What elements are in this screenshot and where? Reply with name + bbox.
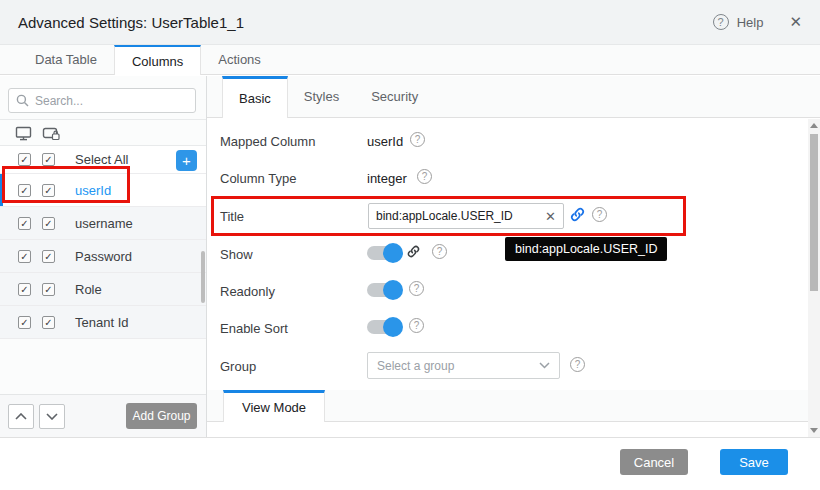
- help-link[interactable]: Help: [737, 15, 764, 30]
- close-icon[interactable]: ✕: [789, 13, 802, 31]
- help-icon[interactable]: ?: [713, 14, 729, 30]
- select-all-desktop-checkbox[interactable]: ✓: [18, 153, 31, 166]
- dialog-title: Advanced Settings: UserTable1_1: [18, 14, 244, 31]
- enable-sort-label: Enable Sort: [220, 321, 288, 336]
- mapped-column-value: userId: [367, 134, 403, 149]
- group-select-placeholder: Select a group: [377, 359, 539, 373]
- tab-security[interactable]: Security: [355, 76, 434, 117]
- selected-indicator: [0, 174, 3, 206]
- username-desktop-checkbox[interactable]: ✓: [18, 217, 31, 230]
- role-mobile-checkbox[interactable]: ✓: [42, 283, 55, 296]
- search-box[interactable]: [8, 88, 196, 113]
- chevron-up-icon: [15, 413, 27, 420]
- move-down-button[interactable]: [39, 404, 65, 429]
- show-help-icon[interactable]: ?: [432, 244, 447, 259]
- chevron-down-icon: [46, 413, 58, 420]
- tab-data-table[interactable]: Data Table: [18, 45, 114, 74]
- columns-sidebar: ✓ ✓ Select All + ✓ ✓ userId ✓ ✓ username: [0, 76, 207, 437]
- userid-mobile-checkbox[interactable]: ✓: [42, 184, 55, 197]
- enable-sort-toggle[interactable]: [367, 320, 401, 334]
- role-desktop-checkbox[interactable]: ✓: [18, 283, 31, 296]
- group-label: Group: [220, 359, 256, 374]
- show-label: Show: [220, 247, 253, 262]
- sidebar-footer: Add Group: [0, 394, 206, 437]
- sidebar-item-tenant-id[interactable]: ✓ ✓ Tenant Id: [0, 306, 206, 339]
- sidebar-item-label: Role: [75, 282, 102, 297]
- save-button[interactable]: Save: [720, 449, 788, 475]
- tab-actions[interactable]: Actions: [201, 45, 278, 74]
- group-select[interactable]: Select a group: [367, 352, 560, 379]
- dialog-header: Advanced Settings: UserTable1_1 ? Help ✕: [0, 0, 820, 45]
- sub-tab-bar: Basic Styles Security: [207, 76, 820, 118]
- device-visibility-icons: [0, 120, 206, 146]
- view-mode-tab-bar: View Mode: [207, 390, 808, 422]
- readonly-help-icon[interactable]: ?: [409, 281, 424, 296]
- group-help-icon[interactable]: ?: [570, 357, 585, 372]
- sidebar-item-userid[interactable]: ✓ ✓ userId: [0, 174, 206, 207]
- title-input[interactable]: [376, 209, 541, 223]
- add-group-button[interactable]: Add Group: [126, 403, 197, 429]
- sidebar-item-label: username: [75, 216, 133, 231]
- scrollbar-thumb[interactable]: [810, 134, 818, 291]
- select-all-row[interactable]: ✓ ✓ Select All +: [0, 146, 206, 174]
- column-type-value: integer: [367, 171, 407, 186]
- enable-sort-help-icon[interactable]: ?: [409, 318, 424, 333]
- mapped-column-help-icon[interactable]: ?: [410, 132, 425, 147]
- tab-view-mode[interactable]: View Mode: [223, 390, 325, 422]
- bind-link-icon[interactable]: [569, 206, 586, 223]
- sidebar-item-username[interactable]: ✓ ✓ username: [0, 207, 206, 240]
- clear-icon[interactable]: ✕: [545, 209, 556, 224]
- tab-columns[interactable]: Columns: [114, 45, 201, 75]
- sidebar-item-label: userId: [75, 183, 111, 198]
- title-input-wrap: ✕: [368, 203, 564, 229]
- password-mobile-checkbox[interactable]: ✓: [42, 250, 55, 263]
- tab-styles[interactable]: Styles: [288, 76, 355, 117]
- mobile-lock-icon[interactable]: [42, 126, 61, 141]
- dialog-footer: Cancel Save: [0, 437, 820, 490]
- chevron-down-icon: [539, 362, 550, 369]
- sidebar-item-label: Password: [75, 249, 132, 264]
- advanced-settings-dialog: Advanced Settings: UserTable1_1 ? Help ✕…: [0, 0, 820, 490]
- password-desktop-checkbox[interactable]: ✓: [18, 250, 31, 263]
- sidebar-item-role[interactable]: ✓ ✓ Role: [0, 273, 206, 306]
- show-toggle[interactable]: [367, 246, 401, 260]
- panel-scrollbar[interactable]: [808, 119, 820, 437]
- title-bind-tooltip: bind:appLocale.USER_ID: [505, 237, 667, 261]
- mapped-column-label: Mapped Column: [220, 134, 315, 149]
- select-all-label: Select All: [75, 152, 128, 167]
- readonly-label: Readonly: [220, 284, 275, 299]
- tenantid-mobile-checkbox[interactable]: ✓: [42, 316, 55, 329]
- column-type-label: Column Type: [220, 171, 296, 186]
- readonly-toggle[interactable]: [367, 283, 401, 297]
- title-help-icon[interactable]: ?: [592, 207, 607, 222]
- tab-basic[interactable]: Basic: [222, 76, 288, 118]
- sidebar-item-password[interactable]: ✓ ✓ Password: [0, 240, 206, 273]
- cancel-button[interactable]: Cancel: [620, 449, 688, 475]
- scroll-up-arrow-icon[interactable]: [810, 123, 818, 128]
- sidebar-scrollbar[interactable]: [201, 251, 205, 303]
- main-tab-bar: Data Table Columns Actions: [0, 45, 820, 75]
- desktop-icon[interactable]: [15, 126, 32, 141]
- search-icon: [16, 94, 29, 107]
- username-mobile-checkbox[interactable]: ✓: [42, 217, 55, 230]
- show-link-icon[interactable]: [406, 244, 421, 259]
- sidebar-item-label: Tenant Id: [75, 315, 129, 330]
- tenantid-desktop-checkbox[interactable]: ✓: [18, 316, 31, 329]
- move-up-button[interactable]: [8, 404, 34, 429]
- title-label: Title: [220, 209, 244, 224]
- userid-desktop-checkbox[interactable]: ✓: [18, 184, 31, 197]
- scroll-down-arrow-icon[interactable]: [810, 428, 818, 433]
- select-all-mobile-checkbox[interactable]: ✓: [42, 153, 55, 166]
- column-type-help-icon[interactable]: ?: [417, 169, 432, 184]
- search-input[interactable]: [35, 94, 188, 108]
- add-column-button[interactable]: +: [176, 150, 197, 171]
